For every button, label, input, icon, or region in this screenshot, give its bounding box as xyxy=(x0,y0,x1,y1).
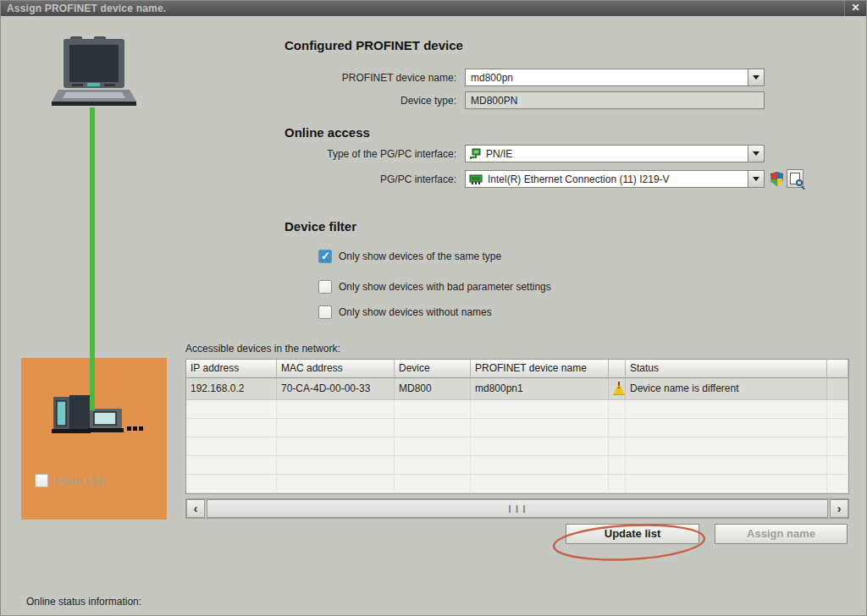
pgpc-if-combo[interactable]: Intel(R) Ethernet Connection (11) I219-V xyxy=(465,170,765,188)
table-row[interactable]: 192.168.0.2 70-CA-4D-00-00-33 MD800 md80… xyxy=(186,378,848,400)
col-device[interactable]: Device xyxy=(395,360,471,378)
pgpc-if-value: Intel(R) Ethernet Connection (11) I219-V xyxy=(483,173,748,185)
col-status[interactable]: Status xyxy=(626,360,827,378)
device-name-dropdown-button[interactable] xyxy=(748,69,764,85)
update-list-button[interactable]: Update list xyxy=(566,524,699,544)
col-mac-address[interactable]: MAC address xyxy=(277,360,395,378)
scrollbar-thumb[interactable]: ❙❙❙ xyxy=(207,499,828,518)
close-button[interactable]: ✕ xyxy=(844,1,866,16)
cell-status-icon: ! xyxy=(609,378,626,400)
laptop-icon xyxy=(52,36,136,109)
col-filler xyxy=(827,360,848,378)
online-status-label: Online status information: xyxy=(26,596,141,608)
network-properties-button[interactable] xyxy=(769,170,785,188)
device-name-label: PROFINET device name: xyxy=(196,72,456,84)
table-header-row: IP address MAC address Device PROFINET d… xyxy=(186,360,848,378)
cell-mac: 70-CA-4D-00-00-33 xyxy=(277,378,395,400)
table-row-empty[interactable] xyxy=(186,475,848,493)
check-icon: ✓ xyxy=(321,250,330,262)
cell-ip: 192.168.0.2 xyxy=(186,378,277,400)
network-card-icon xyxy=(469,173,483,184)
warning-icon: ! xyxy=(613,383,625,395)
table-row-empty[interactable] xyxy=(186,400,848,419)
network-cable xyxy=(90,107,95,410)
flash-led-label: Flash LED xyxy=(55,475,107,487)
device-type-value: MD800PN xyxy=(466,95,764,107)
chevron-left-icon: ‹ xyxy=(194,502,198,515)
device-type-field: MD800PN xyxy=(465,91,765,109)
scroll-left-button[interactable]: ‹ xyxy=(186,499,205,518)
chevron-down-icon xyxy=(753,177,759,181)
device-name-combo[interactable]: md800pn xyxy=(465,69,765,86)
col-status-icon xyxy=(609,360,626,378)
table-empty-rows xyxy=(186,400,848,493)
cell-status: Device name is different xyxy=(626,378,827,400)
assign-name-button[interactable]: Assign name xyxy=(715,524,848,544)
table-row-empty[interactable] xyxy=(186,419,848,437)
checkbox-without-names-label: Only show devices without names xyxy=(339,306,492,318)
pgpc-type-combo[interactable]: PN/IE xyxy=(465,145,765,162)
checkbox-same-type[interactable]: ✓ xyxy=(318,250,332,263)
checkbox-bad-params[interactable]: ✓ xyxy=(318,280,332,294)
magnifier-document-icon xyxy=(790,173,800,184)
table-horizontal-scrollbar[interactable]: ‹ ❙❙❙ › xyxy=(185,498,849,519)
col-profinet-name[interactable]: PROFINET device name xyxy=(471,360,609,378)
pgpc-type-dropdown-button[interactable] xyxy=(748,146,764,162)
configured-device-heading: Configured PROFINET device xyxy=(284,38,463,52)
pnie-network-icon xyxy=(469,148,481,160)
col-ip-address[interactable]: IP address xyxy=(186,360,277,378)
close-icon: ✕ xyxy=(851,2,859,14)
security-shield-icon xyxy=(770,172,783,186)
assign-profinet-dialog: Assign PROFINET device name. ✕ xyxy=(0,0,867,616)
pgpc-type-label: Type of the PG/PC interface: xyxy=(196,148,456,160)
device-type-label: Device type: xyxy=(196,95,456,107)
pgpc-if-dropdown-button[interactable] xyxy=(748,171,764,187)
pgpc-type-value: PN/IE xyxy=(481,148,748,160)
table-row-empty[interactable] xyxy=(186,456,848,475)
grip-icon: ❙❙❙ xyxy=(506,504,528,513)
checkbox-bad-params-label: Only show devices with bad parameter set… xyxy=(339,281,551,293)
online-access-heading: Online access xyxy=(284,125,370,140)
table-caption: Accessible devices in the network: xyxy=(185,343,340,355)
accessible-devices-table: IP address MAC address Device PROFINET d… xyxy=(185,359,849,494)
chevron-right-icon: › xyxy=(837,502,842,515)
device-name-value: md800pn xyxy=(466,72,748,84)
pgpc-if-label: PG/PC interface: xyxy=(196,173,456,185)
flash-led-checkbox[interactable] xyxy=(35,474,48,487)
cell-device: MD800 xyxy=(395,378,471,400)
checkbox-without-names[interactable]: ✓ xyxy=(318,305,332,319)
dialog-title: Assign PROFINET device name. xyxy=(7,3,166,14)
checkbox-same-type-label: Only show devices of the same type xyxy=(339,250,501,262)
dialog-titlebar[interactable]: Assign PROFINET device name. xyxy=(1,1,867,16)
chevron-down-icon xyxy=(753,151,759,156)
show-accessible-devices-button[interactable] xyxy=(787,169,803,188)
scroll-right-button[interactable]: › xyxy=(830,499,848,518)
table-row-empty[interactable] xyxy=(186,437,848,456)
device-filter-heading: Device filter xyxy=(284,219,356,234)
cell-name: md800pn1 xyxy=(471,378,609,400)
chevron-down-icon xyxy=(753,75,759,80)
